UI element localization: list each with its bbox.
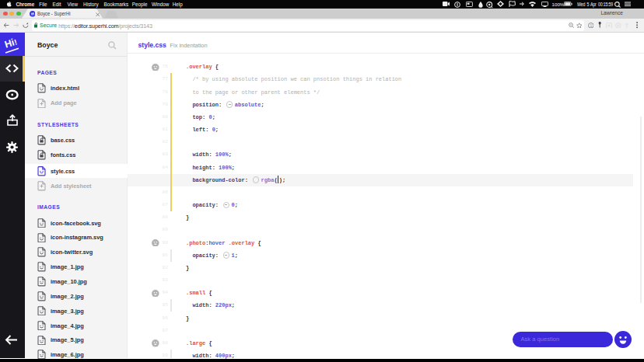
svg-text:1: 1: [590, 23, 592, 27]
